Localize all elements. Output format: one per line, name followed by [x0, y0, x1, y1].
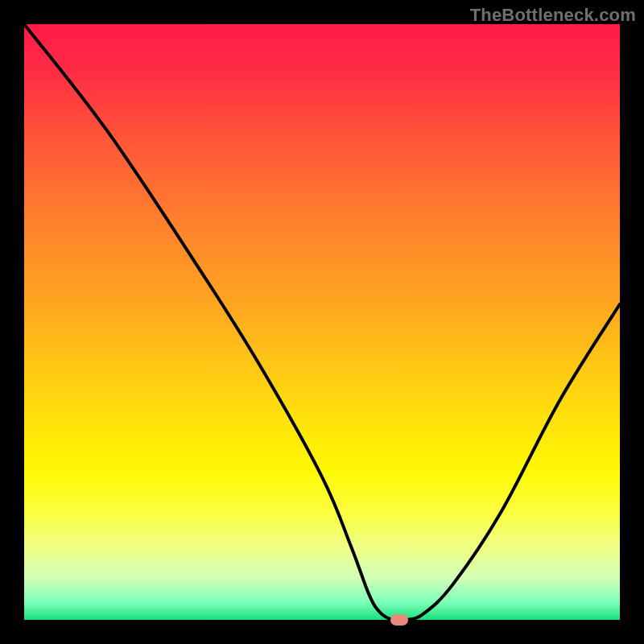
watermark-text: TheBottleneck.com — [470, 5, 636, 26]
optimal-marker — [390, 614, 408, 625]
chart-frame: TheBottleneck.com — [0, 0, 644, 644]
plot-area — [24, 24, 620, 620]
bottleneck-curve — [24, 24, 620, 620]
